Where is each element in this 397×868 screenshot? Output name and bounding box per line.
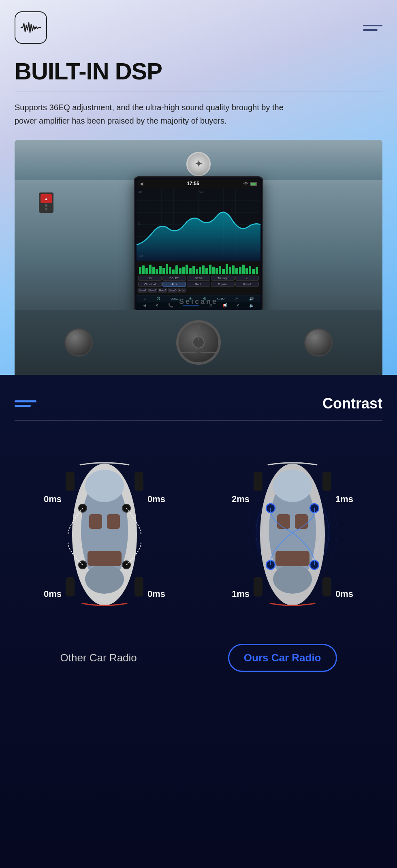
hamburger-menu[interactable] [363, 25, 382, 31]
home-icon: ⌂ [143, 297, 145, 301]
eq-btn-plus[interactable]: + [178, 288, 181, 293]
eq-btn-user1[interactable]: User1 [138, 288, 147, 293]
svg-rect-47 [275, 551, 309, 566]
contrast-header: Contrast [15, 395, 382, 412]
eq-btn-reset[interactable]: Reset [235, 282, 259, 287]
page-title: BUILT-IN DSP [15, 58, 382, 84]
nav-back-icon: ◀ [143, 303, 146, 308]
volume-icon: 🔊 [249, 297, 254, 301]
eq-sliders-row [138, 262, 259, 274]
watermark: Seicane [179, 297, 218, 306]
svg-rect-25 [134, 577, 143, 596]
steering-wheel [176, 320, 221, 365]
svg-rect-46 [295, 514, 308, 529]
eq-btn-dolby[interactable]: DOLBY [162, 276, 186, 281]
car-mockup-container: ✦ ▲ ◀ 17:55 [15, 140, 382, 375]
eq-curve-svg: 20 +10 0 -20 [137, 188, 260, 261]
svg-rect-23 [134, 472, 143, 491]
eq-btn-through[interactable]: Through [211, 276, 235, 281]
contrast-section: Contrast 0ms 0ms 0ms 0ms [0, 375, 397, 868]
eq-controls: cIts DOLBY SRS® Through ♪♪ Classical Jaz… [137, 261, 260, 295]
contrast-icon-line1 [15, 400, 36, 402]
car-label-area: Other Car Radio Ours Car Radio [15, 644, 382, 672]
nav-temp-right: 0 [237, 304, 239, 307]
our-car-label-button[interactable]: Ours Car Radio [228, 644, 337, 672]
eq-btn-jazz[interactable]: Jazz [162, 282, 186, 287]
svg-text:0: 0 [139, 222, 140, 225]
our-car-card: 2ms 1ms 1ms 0ms [203, 445, 382, 624]
user-presets-row: User1 User2 User3 User5 + − [138, 288, 259, 293]
our-car-view: 2ms 1ms 1ms 0ms [232, 445, 353, 624]
contrast-divider [15, 420, 382, 421]
svg-point-21 [85, 564, 124, 594]
screen-time: 17:55 [187, 181, 199, 186]
hamburger-line-1 [363, 25, 382, 26]
svg-point-40 [273, 564, 312, 594]
comparison-area: 0ms 0ms 0ms 0ms [15, 445, 382, 624]
audio-wave-icon [20, 20, 41, 35]
eq-buttons-grid-2: Classical Jazz Rock Popular Reset [138, 282, 259, 287]
subtitle-text: Supports 36EQ adjustment, and the ultra-… [15, 101, 290, 128]
svg-rect-28 [88, 551, 122, 566]
eq-btn-music[interactable]: ♪♪ [235, 276, 259, 281]
hazard-area: ▲ [39, 192, 53, 213]
screen-unit: ◀ 17:55 [134, 176, 263, 312]
steering-area [15, 310, 382, 375]
our-car-svg [232, 445, 353, 624]
eq-display: 20 +10 0 -20 [137, 188, 260, 261]
other-car-view: 0ms 0ms 0ms 0ms [44, 445, 165, 624]
other-car-svg [44, 445, 165, 624]
svg-text:+10: +10 [198, 190, 203, 193]
dual-icon: DUAL [171, 297, 178, 300]
nav-phone-icon: 📞 [168, 303, 173, 308]
svg-text:-20: -20 [139, 254, 143, 257]
svg-rect-22 [66, 472, 75, 491]
header-section: BUILT-IN DSP Supports 36EQ adjustment, a… [0, 0, 397, 375]
eq-btn-user5[interactable]: User5 [168, 288, 177, 293]
other-car-label: Other Car Radio [60, 652, 137, 664]
eq-btn-minus[interactable]: − [182, 288, 186, 293]
knob-right [304, 328, 333, 357]
other-car-card: 0ms 0ms 0ms 0ms [15, 445, 194, 624]
svg-rect-27 [107, 514, 120, 529]
svg-rect-24 [66, 577, 75, 596]
eq-btn-user2[interactable]: User2 [148, 288, 158, 293]
svg-point-20 [85, 470, 124, 502]
mercedes-logo: ✦ [186, 152, 211, 176]
svg-rect-45 [277, 514, 290, 529]
nav-speaker-icon: 📢 [222, 303, 227, 308]
defrost-icon: ↗ [235, 297, 238, 301]
svg-rect-26 [89, 514, 102, 529]
logo-box [15, 11, 47, 44]
svg-text:20: 20 [139, 190, 142, 193]
eq-buttons-grid-1: cIts DOLBY SRS® Through ♪♪ [138, 276, 259, 281]
title-divider [15, 92, 382, 92]
eq-btn-classical[interactable]: Classical [138, 282, 162, 287]
contrast-icon-line2 [15, 405, 31, 407]
eq-btn-popular[interactable]: Popular [211, 282, 235, 287]
contrast-title: Contrast [322, 395, 382, 412]
nav-temp-left: 0 [156, 304, 158, 307]
dashboard-top: ✦ [15, 140, 382, 180]
top-bar [15, 11, 382, 44]
eq-btn-srs[interactable]: SRS® [187, 276, 210, 281]
svg-point-39 [273, 470, 312, 502]
eq-btn-rock[interactable]: Rock [187, 282, 210, 287]
svg-rect-44 [322, 577, 331, 596]
svg-rect-43 [254, 577, 263, 596]
hamburger-line-2 [363, 29, 378, 31]
knob-left [64, 328, 93, 357]
screen-topbar: ◀ 17:55 [137, 179, 260, 188]
car-interior: ✦ ▲ ◀ 17:55 [15, 140, 382, 375]
svg-rect-42 [322, 472, 331, 491]
eq-btn-user3[interactable]: User3 [158, 288, 167, 293]
nav-vol-icon: 🔈 [249, 303, 254, 308]
svg-rect-41 [254, 472, 263, 491]
wifi-icon [243, 182, 249, 186]
contrast-icon [15, 400, 36, 407]
eq-btn-dlts[interactable]: cIts [138, 276, 162, 281]
power-icon: ⏻ [156, 297, 160, 301]
